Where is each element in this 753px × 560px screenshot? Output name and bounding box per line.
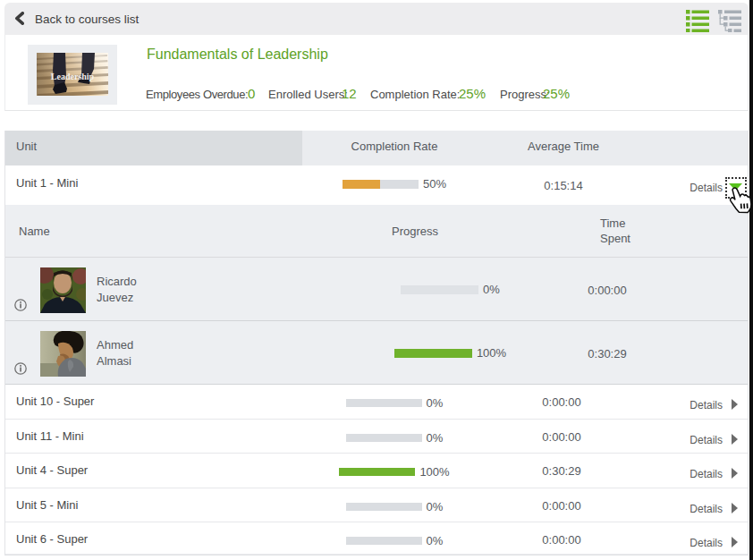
- svg-text:Leadership: Leadership: [51, 72, 95, 81]
